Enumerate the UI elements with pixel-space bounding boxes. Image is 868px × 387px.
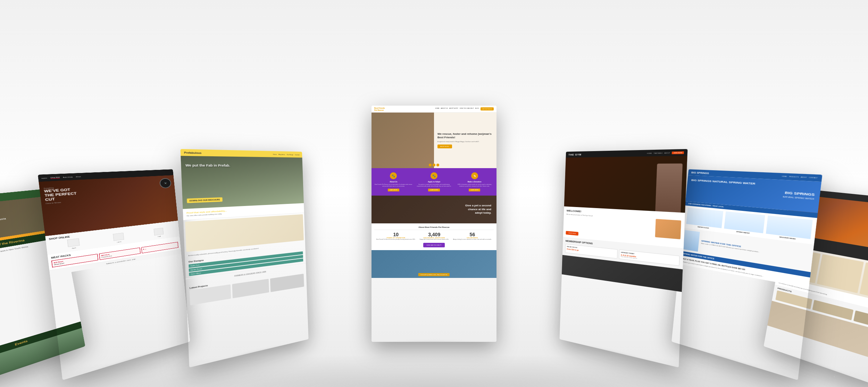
bfpr-service-about-text: Best Friends Pet Rescue are an associati… bbox=[374, 184, 413, 187]
bfpr-hero-heading: We rescue, foster and rehome (wo)man's B… bbox=[437, 132, 493, 139]
bfpr-hero-sub: A registered charity based in Wagga Wagg… bbox=[437, 141, 493, 142]
bfpr-nav-home: HOME bbox=[435, 107, 440, 110]
prefab-nav-links: Home Blog Items Our Range Contact bbox=[273, 153, 299, 155]
bfpr-stat-adoptions: 3,409 SUCCESSFUL ADOPTIONS Happy tails! … bbox=[419, 232, 449, 240]
bfpr-instagram-icon bbox=[433, 164, 435, 166]
prefab-logo: Prefabulous bbox=[184, 151, 201, 154]
bfpr-stats-section: About Best Friends Pet Rescue 10 YEARS O… bbox=[372, 223, 496, 250]
bfpr-photo-caption: I rescued my babies once, they rescued m… bbox=[418, 273, 450, 276]
bigsprings-nav-about: ABOUT bbox=[801, 176, 807, 178]
bfpr-stats-row: 10 YEARS OF OPERATION Best Friends Pet R… bbox=[374, 232, 494, 240]
gym-hero bbox=[564, 156, 687, 213]
bfpr-stat-volunteers-text: Always looking for more volunteers to fo… bbox=[453, 239, 492, 240]
gym-shop-btn[interactable]: SHOP NOW bbox=[566, 231, 578, 236]
site-card-bigsprings: BIG SPRINGS HOME PRODUCTS ABOUT CONTACT … bbox=[671, 169, 822, 380]
bfpr-service-donate-text: 100% of donations and proceeds are used … bbox=[455, 184, 494, 187]
gym-nav-links: HOME TIMETABLE ABOUT bbox=[647, 152, 670, 154]
bfpr-nav-adopt: ADOPT A PET bbox=[449, 107, 458, 110]
petrescue-site-mock: Best Friends Pet Rescue HOME ABOUT US AD… bbox=[372, 106, 496, 342]
bfpr-nav-links: HOME ABOUT US ADOPT A PET HOW YOU CAN HE… bbox=[435, 107, 494, 110]
site-card-petrescue: Best Friends Pet Rescue HOME ABOUT US AD… bbox=[372, 106, 496, 342]
gym-nav-about: ABOUT bbox=[664, 152, 670, 154]
bfpr-stat-years-text: Best Friends Pet Rescue has been proudly… bbox=[376, 239, 416, 240]
bigsprings-nav-links: HOME PRODUCTS ABOUT CONTACT bbox=[782, 176, 818, 179]
bfpr-hero-content: We rescue, foster and rehome (wo)man's B… bbox=[434, 113, 496, 168]
prefab-hero: We put the Fab in Prefab. DOWNLOAD OUR B… bbox=[181, 156, 304, 209]
bfpr-social-icons bbox=[429, 164, 439, 166]
bfpr-stat-years-number: 10 bbox=[376, 232, 416, 237]
bfpr-dog-text: Give a pet a secondchance at life andado… bbox=[465, 204, 496, 215]
prefab-nav-blog: Blog Items bbox=[278, 154, 285, 155]
bigsprings-bottle-title: SPRING WATER FOR THE OFFICE bbox=[701, 240, 810, 257]
bfpr-donate-icon: 🏷️ bbox=[471, 172, 478, 179]
bigsprings-product-filter: WATER FILTER bbox=[686, 208, 723, 231]
bfpr-about-icon: 🐾 bbox=[390, 172, 397, 179]
gym-logo: THE GYM bbox=[568, 153, 582, 156]
butcher-hero-heading: WE'VE GOTTHE PERFECTCUT bbox=[44, 188, 77, 202]
bigsprings-logo-text: BIG SPRINGSNATURAL SPRING WATER bbox=[783, 191, 815, 201]
gym-nav-home: HOME bbox=[647, 152, 652, 154]
gym-welcome-text: We are the proud owner of The Gym Tumut! bbox=[566, 213, 652, 237]
bigsprings-logo: BIG SPRINGS bbox=[691, 171, 709, 174]
bfpr-about-learn-btn[interactable]: LEARN MORE bbox=[388, 189, 399, 191]
bfpr-service-donate-title: Make a Donation bbox=[455, 181, 494, 183]
gym-site-mock: THE GYM HOME TIMETABLE ABOUT JOIN NOW WE… bbox=[559, 149, 687, 368]
gym-join-tag[interactable]: JOIN NOW bbox=[672, 151, 684, 154]
bfpr-photo-section: I rescued my babies once, they rescued m… bbox=[372, 250, 496, 278]
bigsprings-nav-contact: CONTACT bbox=[809, 177, 818, 179]
butcher-pork-icon bbox=[154, 228, 164, 236]
bfpr-service-adopt-text: Our goal is to match pets' personalities… bbox=[415, 184, 453, 187]
bfpr-hero-animals-img bbox=[372, 113, 440, 168]
bfpr-hero-adopt-btn[interactable]: ADOPT A PET bbox=[437, 145, 452, 148]
bfpr-how-btn[interactable]: HOW CAN YOU HELP? bbox=[423, 243, 445, 247]
gym-hero-woman-img bbox=[655, 164, 683, 213]
bfpr-facebook-icon bbox=[429, 164, 432, 166]
bfpr-adopt-icon: 🐾 bbox=[431, 172, 437, 179]
bigsprings-logo-large: BIG SPRINGSNATURAL SPRING WATER bbox=[783, 191, 815, 201]
prefab-nav-home: Home bbox=[273, 153, 277, 155]
butcher-lamb-icon bbox=[113, 233, 124, 241]
butcher-nav-about: About bbox=[76, 175, 81, 178]
butcher-hero-text: Everything WE'VE GOTTHE PERFECTCUT Come … bbox=[44, 186, 77, 205]
bfpr-dog-section: Give a pet a secondchance at life andado… bbox=[372, 196, 496, 223]
bfpr-nav-cta[interactable]: GET IN TOUCH bbox=[481, 107, 494, 110]
bfpr-nav-about: ABOUT US bbox=[441, 107, 448, 110]
bigsprings-bottle-img bbox=[683, 230, 700, 252]
gym-nav-timetable: TIMETABLE bbox=[653, 152, 662, 154]
bfpr-twitter-icon bbox=[436, 164, 439, 166]
bfpr-nav-blog: BLOG bbox=[475, 107, 479, 110]
butcher-nav-bulk: Bulk Meats bbox=[63, 176, 73, 178]
butcher-nav-home: Home bbox=[41, 177, 47, 179]
bfpr-stat-adoptions-text: Happy tails! loving homes and a second c… bbox=[419, 239, 449, 240]
bfpr-nav: Best Friends Pet Rescue HOME ABOUT US AD… bbox=[372, 106, 496, 113]
bfpr-nav-help: HOW YOU CAN HELP bbox=[460, 107, 474, 110]
bfpr-stat-volunteers: 56 VOLUNTEERS Always looking for more vo… bbox=[453, 232, 492, 240]
bfpr-service-about-title: About Us bbox=[374, 181, 413, 183]
bigsprings-site-mock: BIG SPRINGS HOME PRODUCTS ABOUT CONTACT … bbox=[671, 169, 822, 380]
butcher-nav-shop: Shop Now bbox=[50, 176, 60, 179]
prefab-hero-text: We put the Fab in Prefab. bbox=[185, 164, 230, 168]
prefab-nav-range: Our Range bbox=[287, 154, 293, 155]
rana-product-card-2 bbox=[817, 254, 864, 293]
bfpr-adopt-learn-btn[interactable]: LEARN MORE bbox=[428, 189, 440, 191]
site-card-gym: THE GYM HOME TIMETABLE ABOUT JOIN NOW WE… bbox=[559, 149, 687, 368]
bfpr-service-adopt: 🐾 Apply to Adopt Our goal is to match pe… bbox=[415, 172, 453, 191]
bfpr-donate-learn-btn[interactable]: LEARN MORE bbox=[469, 189, 480, 191]
prefab-site-mock: Prefabulous Home Blog Items Our Range Co… bbox=[181, 149, 309, 368]
showcase-container: 🌾 Visit Temora Visit Temora The Heart of… bbox=[0, 0, 868, 387]
bfpr-stats-title: About Best Friends Pet Rescue bbox=[374, 226, 494, 230]
bfpr-service-donate: 🏷️ Make a Donation 100% of donations and… bbox=[455, 172, 494, 191]
bfpr-service-adopt-title: Apply to Adopt bbox=[415, 181, 453, 183]
gym-welcome-img bbox=[655, 219, 681, 239]
prefab-nav-contact: Contact bbox=[295, 154, 299, 155]
bfpr-stat-years: 10 YEARS OF OPERATION Best Friends Pet R… bbox=[376, 232, 416, 240]
bfpr-hero: We rescue, foster and rehome (wo)man's B… bbox=[372, 113, 496, 168]
bfpr-stat-adoptions-number: 3,409 bbox=[419, 232, 449, 237]
bfpr-purple-section: 🐾 About Us Best Friends Pet Rescue are a… bbox=[372, 168, 496, 196]
bfpr-stat-volunteers-number: 56 bbox=[453, 232, 492, 237]
bigsprings-nav-products: PRODUCTS bbox=[789, 176, 799, 178]
bfpr-logo: Best Friends Pet Rescue bbox=[374, 107, 385, 111]
site-card-prefab: Prefabulous Home Blog Items Our Range Co… bbox=[181, 149, 309, 368]
bigsprings-product-delivery: DELIVERY NEWS bbox=[766, 215, 812, 242]
bigsprings-nav-home: HOME bbox=[782, 176, 787, 178]
